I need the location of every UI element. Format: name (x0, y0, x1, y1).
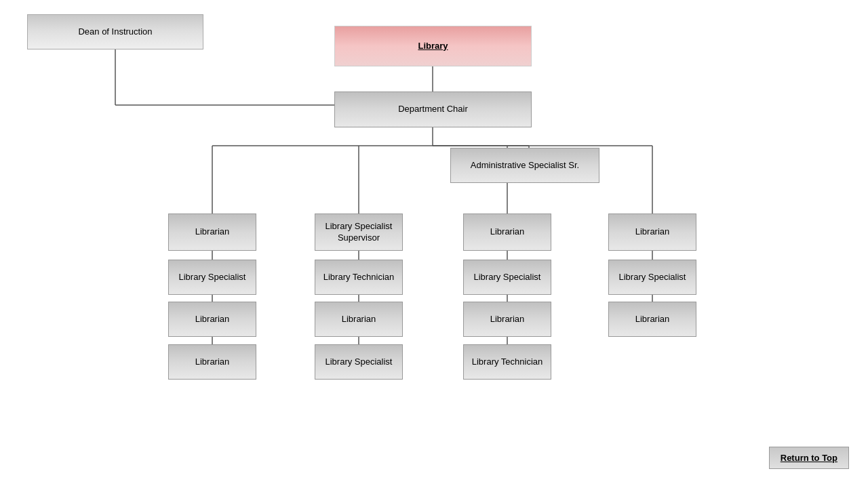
librarian-col3b-node: Librarian (463, 302, 551, 337)
lib-specialist-col4-node: Library Specialist (608, 260, 696, 295)
librarian-col4b-label: Librarian (635, 314, 670, 325)
lib-tech-col2-node: Library Technician (315, 260, 403, 295)
lib-tech-col3-label: Library Technician (472, 357, 543, 368)
return-to-top-button[interactable]: Return to Top (769, 447, 849, 469)
lib-specialist-col3-node: Library Specialist (463, 260, 551, 295)
librarian-col2b-label: Librarian (342, 314, 376, 325)
lib-tech-col3-node: Library Technician (463, 344, 551, 380)
librarian-col4-node: Librarian (608, 214, 696, 251)
dept-chair-label: Department Chair (398, 104, 468, 115)
org-chart: Dean of Instruction Library Department C… (0, 0, 868, 488)
dean-node: Dean of Instruction (27, 14, 203, 49)
lib-specialist-col3-label: Library Specialist (474, 272, 541, 283)
lib-specialist-col1-label: Library Specialist (179, 272, 246, 283)
lib-spec-sup-label: Library Specialist Supervisor (321, 221, 397, 244)
librarian-col1b-label: Librarian (195, 314, 230, 325)
connectors (0, 0, 868, 488)
lib-specialist-col1-node: Library Specialist (168, 260, 256, 295)
librarian-col2b-node: Librarian (315, 302, 403, 337)
lib-specialist-col4-label: Library Specialist (619, 272, 686, 283)
librarian-col1c-label: Librarian (195, 357, 230, 368)
librarian-col1b-node: Librarian (168, 302, 256, 337)
librarian-col1-node: Librarian (168, 214, 256, 251)
lib-specialist-col2-label: Library Specialist (326, 357, 393, 368)
lib-spec-sup-node: Library Specialist Supervisor (315, 214, 403, 251)
librarian-col4b-node: Librarian (608, 302, 696, 337)
librarian-col3-node: Librarian (463, 214, 551, 251)
librarian-col1c-node: Librarian (168, 344, 256, 380)
library-label: Library (418, 41, 448, 52)
librarian-col3b-label: Librarian (490, 314, 525, 325)
dept-chair-node: Department Chair (334, 92, 532, 127)
dean-label: Dean of Instruction (78, 26, 152, 38)
lib-tech-col2-label: Library Technician (323, 272, 395, 283)
admin-specialist-node: Administrative Specialist Sr. (450, 148, 599, 183)
library-node: Library (334, 26, 532, 66)
librarian-col1-label: Librarian (195, 226, 230, 238)
librarian-col3-label: Librarian (490, 226, 525, 238)
admin-specialist-label: Administrative Specialist Sr. (471, 160, 579, 171)
lib-specialist-col2-node: Library Specialist (315, 344, 403, 380)
librarian-col4-label: Librarian (635, 226, 670, 238)
